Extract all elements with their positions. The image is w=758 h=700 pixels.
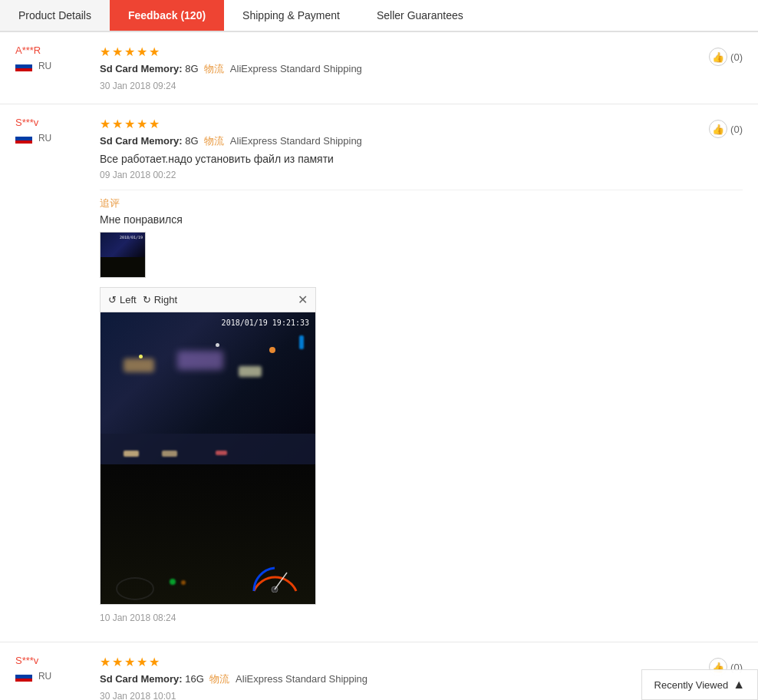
- review-content: ★★★★★ Sd Card Memory: 8G 物流 AliExpress S…: [92, 117, 743, 629]
- meta-value: 8G: [185, 135, 198, 147]
- review-content: ★★★★★ Sd Card Memory: 8G 物流 AliExpress S…: [92, 45, 743, 91]
- thumbs-icon[interactable]: 👍: [709, 48, 727, 66]
- dashcam-top: 2018/01/19 19:21:33: [101, 312, 315, 464]
- shipping-label: 物流: [209, 673, 229, 685]
- review-thumbnail[interactable]: 2018/01/19: [100, 232, 146, 278]
- reviewer-info: S***v RU: [15, 117, 92, 629]
- review-date: 30 Jan 2018 09:24: [100, 81, 743, 91]
- reviewer-name: S***v: [15, 117, 92, 128]
- timestamp: 2018/01/19 19:21:33: [222, 319, 309, 327]
- tab-product-details[interactable]: Product Details: [0, 0, 110, 31]
- flag-icon: [15, 671, 32, 682]
- shipping-label: 物流: [204, 63, 224, 74]
- review-meta: Sd Card Memory: 8G 物流 AliExpress Standar…: [100, 134, 743, 148]
- svg-line-1: [275, 573, 287, 589]
- country-label: RU: [38, 671, 51, 682]
- review-item: A***R RU ★★★★★ Sd Card Memory: 8G 物流 Ali…: [0, 32, 758, 104]
- reviewer-name: A***R: [15, 45, 92, 56]
- followup-date: 10 Jan 2018 08:24: [100, 612, 743, 623]
- followup-label: 追评: [100, 196, 743, 210]
- meta-label: Sd Card Memory:: [100, 135, 183, 147]
- meta-value: 8G: [185, 63, 198, 74]
- star-rating: ★★★★★: [100, 117, 743, 131]
- flag-icon: [15, 61, 32, 71]
- country-label: RU: [38, 133, 51, 144]
- thumbs-up[interactable]: 👍 (0): [709, 48, 743, 66]
- rotate-left-button[interactable]: ↺ Left: [108, 294, 137, 305]
- reviews-container: A***R RU ★★★★★ Sd Card Memory: 8G 物流 Ali…: [0, 32, 758, 700]
- rotate-right-icon: ↻: [143, 294, 151, 305]
- shipping-label: 物流: [204, 135, 224, 147]
- shipping-value: AliExpress Standard Shipping: [236, 673, 367, 685]
- country-label: RU: [38, 61, 51, 71]
- meta-label: Sd Card Memory:: [100, 673, 183, 685]
- image-viewer: ↺ Left ↻ Right ✕: [100, 287, 316, 605]
- rotate-right-button[interactable]: ↻ Right: [143, 294, 177, 305]
- image-viewer-controls: ↺ Left ↻ Right ✕: [101, 288, 315, 312]
- reviewer-country: RU: [15, 669, 92, 682]
- review-meta: Sd Card Memory: 8G 物流 AliExpress Standar…: [100, 62, 743, 76]
- right-label: Right: [154, 294, 177, 305]
- likes-count: (0): [730, 124, 743, 135]
- tab-seller[interactable]: Seller Guarantees: [358, 0, 482, 31]
- reviewer-country: RU: [15, 131, 92, 144]
- review-date: 09 Jan 2018 00:22: [100, 170, 743, 180]
- dashcam-bottom: [101, 464, 315, 604]
- tab-bar: Product Details Feedback (120) Shipping …: [0, 0, 758, 32]
- review-item: S***v RU ★★★★★ Sd Card Memory: 8G 物流 Ali: [0, 104, 758, 642]
- thumbs-up-icon: 👍: [712, 51, 724, 63]
- reviewer-info: S***v RU: [15, 655, 92, 700]
- recently-viewed-label: Recently Viewed: [654, 679, 729, 691]
- recently-viewed-button[interactable]: Recently Viewed ▲: [641, 669, 758, 700]
- likes-count: (0): [730, 51, 743, 63]
- thumbs-up[interactable]: 👍 (0): [709, 120, 743, 138]
- review-text: Все работает.надо установить файл из пам…: [100, 153, 743, 165]
- flag-icon: [15, 133, 32, 144]
- meta-value: 16G: [185, 673, 204, 685]
- star-rating: ★★★★★: [100, 45, 743, 59]
- followup-text: Мне понравился: [100, 213, 743, 226]
- reviewer-name: S***v: [15, 655, 92, 666]
- dashcam-image: 2018/01/19 19:21:33: [101, 312, 315, 604]
- star-rating: ★★★★★: [100, 655, 743, 669]
- shipping-value: AliExpress Standard Shipping: [230, 135, 362, 147]
- viewer-image: 2018/01/19 19:21:33: [101, 312, 315, 604]
- followup-section: 追评 Мне понравился 2018/01/19: [100, 190, 743, 623]
- thumbs-up-icon: 👍: [712, 124, 724, 135]
- tab-feedback[interactable]: Feedback (120): [110, 0, 224, 31]
- meta-label: Sd Card Memory:: [100, 63, 183, 74]
- reviewer-country: RU: [15, 59, 92, 71]
- left-label: Left: [120, 294, 137, 305]
- thumbs-icon[interactable]: 👍: [709, 120, 727, 138]
- reviewer-info: A***R RU: [15, 45, 92, 91]
- close-button[interactable]: ✕: [298, 292, 308, 307]
- rotate-left-icon: ↺: [108, 294, 117, 305]
- tab-shipping[interactable]: Shipping & Payment: [224, 0, 358, 31]
- shipping-value: AliExpress Standard Shipping: [230, 63, 362, 74]
- arrow-up-icon: ▲: [733, 678, 745, 692]
